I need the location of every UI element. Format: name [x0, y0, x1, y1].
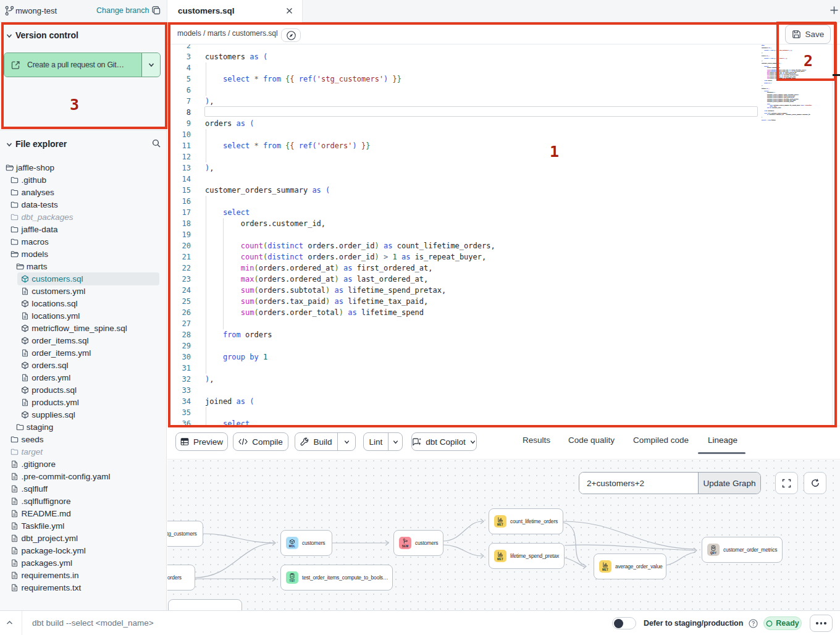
new-tab-plus-icon[interactable]	[829, 5, 840, 16]
lineage-node-customers[interactable]: SEMcustomers	[393, 530, 443, 556]
tree-item-locations-yml[interactable]: locations.yml	[0, 310, 167, 322]
lineage-node-orders[interactable]: MDLorders	[167, 565, 195, 591]
folder-icon	[10, 201, 19, 209]
tree-item-locations-sql[interactable]: locations.sql	[0, 298, 167, 310]
copy-branch-icon[interactable]	[151, 6, 161, 15]
tree-item-analyses[interactable]: analyses	[0, 187, 167, 199]
tree-item-order-items-yml[interactable]: order_items.yml	[0, 347, 167, 360]
tree-item--pre-commit-config-yaml[interactable]: .pre-commit-config.yaml	[0, 471, 167, 483]
file-icon	[10, 559, 19, 567]
build-dropdown[interactable]	[338, 433, 355, 450]
lineage-node-average-order-value[interactable]: METaverage_order_value	[594, 553, 666, 579]
build-button[interactable]: Build	[295, 432, 356, 451]
tree-item--sqlfluffignore[interactable]: .sqlfluffignore	[0, 495, 167, 508]
build-main[interactable]: Build	[295, 433, 337, 450]
tab-compiled-code[interactable]: Compiled code	[633, 435, 689, 445]
folder-icon	[10, 176, 19, 184]
tree-item--sqlfluff[interactable]: .sqlfluff	[0, 483, 167, 495]
save-button[interactable]: Save	[785, 25, 831, 44]
help-icon[interactable]	[749, 619, 758, 628]
tab-code-quality[interactable]: Code quality	[568, 435, 615, 445]
tree-item--github[interactable]: .github	[0, 174, 167, 187]
command-input[interactable]: dbt build --select <model_name>	[32, 618, 154, 628]
lint-dropdown[interactable]	[388, 433, 402, 450]
tree-item--gitignore[interactable]: .gitignore	[0, 458, 167, 471]
tree-item-macros[interactable]: macros	[0, 236, 167, 248]
tree-item-readme-md[interactable]: README.md	[0, 508, 167, 520]
breadcrumb-bar: models / marts / customers.sql Save	[167, 22, 840, 44]
folder-icon	[10, 448, 19, 456]
more-options-button[interactable]	[810, 615, 833, 632]
tree-item-requirements-txt[interactable]: requirements.txt	[0, 582, 167, 594]
file-explorer-header[interactable]: File explorer	[0, 139, 167, 151]
lineage-node-count-lifetime-orders[interactable]: METcount_lifetime_orders	[489, 508, 563, 534]
ready-dot-icon	[766, 620, 773, 627]
tree-item-jaffle-shop[interactable]: jaffle-shop	[0, 162, 167, 174]
lineage-node-customer-order-metrics[interactable]: QRYcustomer_order_metrics	[702, 537, 783, 563]
tree-item-metricflow-time-spine-sql[interactable]: metricflow_time_spine.sql	[0, 322, 167, 335]
tree-item-products-yml[interactable]: products.yml	[0, 397, 167, 409]
file-icon	[10, 510, 19, 518]
refresh-button[interactable]	[804, 472, 826, 494]
lineage-node-test-order-items-compute-to-bools-[interactable]: TSTtest_order_items_compute_to_bools…	[280, 565, 393, 591]
update-graph-button[interactable]: Update Graph	[698, 473, 760, 494]
change-branch-link[interactable]: Change branch	[96, 6, 149, 15]
preview-button[interactable]: Preview	[175, 432, 228, 451]
code-editor[interactable]: 1234567891011121314151617181920212223242…	[167, 44, 840, 426]
lint-main[interactable]: Lint	[364, 433, 388, 450]
lineage-node-stg-customers[interactable]: MDLstg_customers	[167, 521, 203, 547]
tree-item-products-sql[interactable]: products.sql	[0, 384, 167, 397]
tree-item-customers-yml[interactable]: customers.yml	[0, 285, 167, 298]
tree-item-data-tests[interactable]: data-tests	[0, 199, 167, 211]
tree-item-marts[interactable]: marts	[0, 261, 167, 273]
tree-item-seeds[interactable]: seeds	[0, 434, 167, 446]
file-icon	[21, 312, 29, 320]
tree-item-customers-sql[interactable]: customers.sql	[0, 273, 167, 285]
tree-item-order-items-sql[interactable]: order_items.sql	[0, 335, 167, 347]
tree-item-dbt-project-yml[interactable]: dbt_project.yml	[0, 532, 167, 545]
tab-results[interactable]: Results	[523, 435, 550, 445]
tree-item-orders-yml[interactable]: orders.yml	[0, 372, 167, 384]
tree-item-target[interactable]: target	[0, 446, 167, 458]
dbt-ide-app: mwong-test Change branch customers.sql V…	[0, 0, 840, 635]
lineage-node-lifetime-spend-pretax[interactable]: METlifetime_spend_pretax	[489, 543, 565, 569]
pull-request-dropdown[interactable]	[142, 53, 160, 77]
create-pull-request-button[interactable]: Create a pull request on Git…	[4, 53, 161, 77]
defer-toggle[interactable]	[612, 617, 636, 629]
tree-item-staging[interactable]: staging	[0, 421, 167, 434]
lineage-selector-input[interactable]	[579, 473, 698, 494]
lineage-node-edge[interactable]	[168, 599, 242, 610]
tree-item-jaffle-data[interactable]: jaffle-data	[0, 224, 167, 236]
tree-item-models[interactable]: models	[0, 248, 167, 261]
chevron-down-icon	[6, 141, 13, 148]
search-icon[interactable]	[151, 138, 161, 148]
tree-item-requirements-in[interactable]: requirements.in	[0, 570, 167, 582]
model-icon	[21, 324, 29, 332]
create-pull-request-main[interactable]: Create a pull request on Git…	[4, 53, 142, 77]
compile-button[interactable]: Compile	[233, 432, 288, 451]
version-control-header[interactable]: Version control	[0, 30, 167, 43]
tree-item-orders-sql[interactable]: orders.sql	[0, 360, 167, 372]
editor-scrollbar[interactable]	[832, 44, 833, 426]
tree-item-packages-yml[interactable]: packages.yml	[0, 557, 167, 570]
tab-close-icon[interactable]	[285, 6, 295, 16]
minimap[interactable]: with customers as ( select * from {{ ref…	[762, 44, 832, 131]
status-bar: dbt build --select <model_name> Defer to…	[0, 610, 840, 635]
tree-item-taskfile-yml[interactable]: Taskfile.yml	[0, 520, 167, 532]
active-tab-underline	[698, 452, 746, 454]
dbt-copilot-button[interactable]: dbt Copilot	[411, 432, 477, 451]
lineage-node-customers[interactable]: MDLcustomers	[280, 530, 332, 556]
tab-lineage[interactable]: Lineage	[708, 435, 737, 445]
model-icon	[21, 411, 29, 419]
file-icon	[21, 349, 29, 357]
tree-item-dbt-packages[interactable]: dbt_packages	[0, 211, 167, 224]
lineage-panel[interactable]: MDLstg_customersMDLordersMDLcustomersSEM…	[167, 460, 840, 610]
tree-item-supplies-sql[interactable]: supplies.sql	[0, 409, 167, 421]
lint-button[interactable]: Lint	[363, 432, 403, 451]
copilot-compass-button[interactable]	[281, 28, 301, 42]
tree-item-package-lock-yml[interactable]: package-lock.yml	[0, 545, 167, 557]
chevron-up-icon[interactable]	[6, 620, 14, 626]
model-icon	[21, 275, 29, 283]
fullscreen-button[interactable]	[775, 472, 798, 494]
tab-customers-sql[interactable]: customers.sql	[167, 0, 303, 22]
